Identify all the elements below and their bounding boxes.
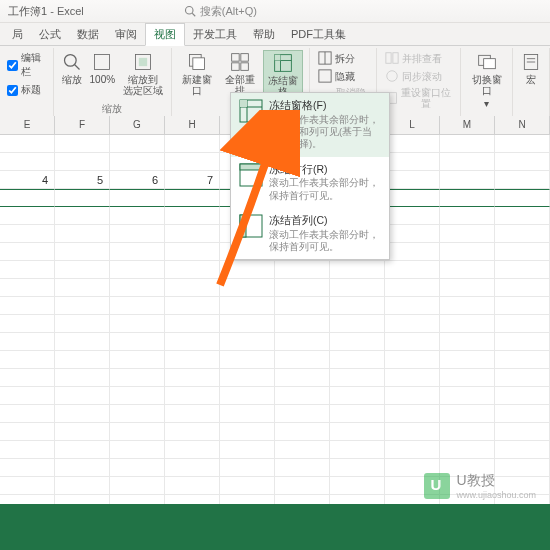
btn-new-window[interactable]: 新建窗口 — [178, 50, 216, 98]
cell[interactable] — [330, 405, 385, 423]
cell[interactable] — [275, 495, 330, 504]
cell[interactable] — [55, 387, 110, 405]
cell[interactable] — [385, 243, 440, 261]
cell[interactable] — [165, 153, 220, 171]
cell[interactable] — [385, 261, 440, 279]
cell[interactable] — [440, 423, 495, 441]
cell[interactable] — [165, 477, 220, 495]
cell[interactable] — [495, 369, 550, 387]
cell[interactable] — [495, 189, 550, 207]
cell[interactable] — [220, 261, 275, 279]
cell[interactable] — [440, 225, 495, 243]
cell[interactable] — [440, 207, 495, 225]
cell[interactable] — [385, 207, 440, 225]
cell[interactable] — [0, 369, 55, 387]
table-row[interactable] — [0, 369, 550, 387]
cell[interactable] — [0, 477, 55, 495]
cell[interactable] — [55, 189, 110, 207]
cell[interactable] — [440, 279, 495, 297]
table-row[interactable] — [0, 351, 550, 369]
cell[interactable] — [440, 171, 495, 189]
cell[interactable] — [330, 315, 385, 333]
cell[interactable] — [110, 315, 165, 333]
btn-100[interactable]: 100% — [88, 50, 118, 87]
tab-help[interactable]: 帮助 — [245, 24, 283, 45]
tab-layout[interactable]: 局 — [4, 24, 31, 45]
cell[interactable] — [220, 351, 275, 369]
cell[interactable] — [110, 459, 165, 477]
cell[interactable] — [110, 477, 165, 495]
cell[interactable]: 6 — [110, 171, 165, 189]
cell[interactable] — [495, 333, 550, 351]
cell[interactable] — [0, 243, 55, 261]
tab-data[interactable]: 数据 — [69, 24, 107, 45]
dropdown-freeze-panes[interactable]: 冻结窗格(F)滚动工作表其余部分时，保持行和列可见(基于当前的选择)。 — [231, 93, 389, 157]
cell[interactable] — [0, 333, 55, 351]
cell[interactable] — [110, 423, 165, 441]
cell[interactable] — [385, 225, 440, 243]
cell[interactable] — [165, 351, 220, 369]
cell[interactable] — [0, 135, 55, 153]
cell[interactable] — [220, 405, 275, 423]
cell[interactable] — [495, 261, 550, 279]
cell[interactable] — [110, 351, 165, 369]
btn-switch-window[interactable]: 切换窗口▾ — [467, 50, 506, 111]
cell[interactable] — [110, 153, 165, 171]
cell[interactable] — [165, 297, 220, 315]
cell[interactable] — [495, 171, 550, 189]
cell[interactable] — [220, 441, 275, 459]
cell[interactable] — [385, 315, 440, 333]
cell[interactable] — [220, 279, 275, 297]
cell[interactable]: 5 — [55, 171, 110, 189]
cell[interactable] — [440, 297, 495, 315]
col-L[interactable]: L — [385, 116, 440, 134]
cell[interactable] — [220, 369, 275, 387]
cell[interactable] — [165, 459, 220, 477]
cell[interactable] — [0, 459, 55, 477]
cell[interactable]: 4 — [0, 171, 55, 189]
cell[interactable] — [0, 153, 55, 171]
cell[interactable] — [330, 333, 385, 351]
table-row[interactable] — [0, 333, 550, 351]
cell[interactable] — [0, 351, 55, 369]
cell[interactable] — [220, 297, 275, 315]
cell[interactable] — [165, 315, 220, 333]
cell[interactable] — [330, 261, 385, 279]
table-row[interactable] — [0, 315, 550, 333]
cell[interactable] — [55, 495, 110, 504]
cell[interactable] — [440, 135, 495, 153]
cell[interactable] — [495, 423, 550, 441]
cell[interactable] — [55, 153, 110, 171]
cell[interactable] — [495, 387, 550, 405]
tab-developer[interactable]: 开发工具 — [185, 24, 245, 45]
cell[interactable] — [385, 189, 440, 207]
cell[interactable] — [55, 243, 110, 261]
cell[interactable] — [165, 279, 220, 297]
cell[interactable] — [275, 315, 330, 333]
btn-zoom-selection[interactable]: 缩放到 选定区域 — [121, 50, 165, 98]
cell[interactable] — [165, 243, 220, 261]
col-H[interactable]: H — [165, 116, 220, 134]
cell[interactable] — [330, 297, 385, 315]
cell[interactable] — [220, 477, 275, 495]
cell[interactable] — [385, 351, 440, 369]
cell[interactable] — [55, 261, 110, 279]
cell[interactable] — [0, 405, 55, 423]
col-F[interactable]: F — [55, 116, 110, 134]
cell[interactable] — [55, 405, 110, 423]
cell[interactable] — [495, 297, 550, 315]
cell[interactable] — [275, 351, 330, 369]
cell[interactable] — [385, 441, 440, 459]
tab-view[interactable]: 视图 — [145, 23, 185, 46]
cell[interactable] — [495, 405, 550, 423]
cell[interactable] — [440, 351, 495, 369]
cell[interactable] — [275, 369, 330, 387]
cell[interactable] — [385, 135, 440, 153]
chk-formula-bar[interactable]: 编辑栏 — [6, 50, 47, 80]
cell[interactable] — [110, 369, 165, 387]
cell[interactable] — [275, 261, 330, 279]
cell[interactable] — [385, 405, 440, 423]
cell[interactable] — [275, 459, 330, 477]
cell[interactable] — [330, 441, 385, 459]
cell[interactable] — [0, 315, 55, 333]
